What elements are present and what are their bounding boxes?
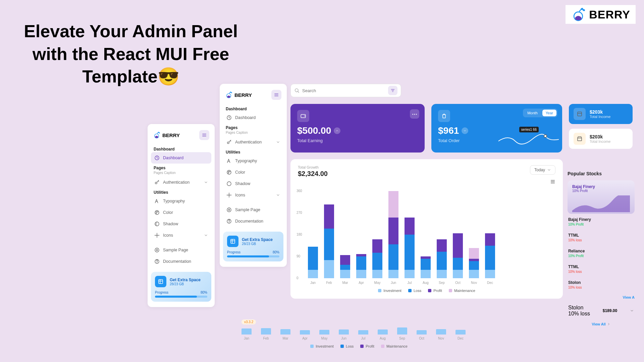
stock-price: $189.00 [603, 308, 617, 313]
nav-sample-page[interactable]: Sample Page [223, 204, 283, 216]
bar-column[interactable] [308, 247, 318, 278]
nav-authentication[interactable]: Authentication [223, 136, 283, 148]
nav-typography[interactable]: Typography [151, 195, 211, 207]
filter-button[interactable] [388, 86, 397, 95]
stock-item[interactable]: Stolon10% loss [568, 277, 635, 293]
stock-name: TTML [568, 264, 634, 269]
nav-icons[interactable]: Icons [223, 189, 283, 201]
store-icon [574, 133, 586, 145]
nav-shadow[interactable]: Shadow [223, 178, 283, 189]
growth-chart-card: Total Growth $2,324.00 Today 09018027036… [290, 159, 563, 299]
bar-chart: 090180270360 [298, 191, 555, 278]
search-input[interactable] [302, 88, 385, 93]
palette-icon [226, 170, 232, 175]
card-more-button[interactable]: ⋯ [410, 109, 419, 119]
mini-income-1: $203kTotal Income [569, 104, 633, 124]
wallet-icon [297, 110, 309, 122]
nav-documentation[interactable]: Documentation [223, 216, 283, 227]
stock-change: 10% loss [568, 286, 634, 289]
group-pages: Pages [151, 164, 211, 171]
view-all-link[interactable]: View All [568, 319, 635, 329]
berry-logo-icon [153, 131, 160, 139]
nav-color[interactable]: Color [151, 207, 211, 218]
bar-column[interactable] [324, 204, 334, 278]
stock-name: TTML [568, 233, 634, 238]
stock-item[interactable]: TTML10% loss [568, 230, 635, 245]
arrow-down-icon [462, 127, 468, 134]
chart-menu-icon[interactable] [550, 179, 555, 184]
page-headline: Elevate Your Admin Panel with the React … [13, 20, 248, 88]
svg-point-15 [156, 249, 158, 251]
chevron-down-icon [630, 309, 634, 313]
mini-x-labels: JanFebMarAprMayJunJulAugSepOctNovDec [228, 337, 490, 340]
sidebar-compact: BERRY Dashboard Dashboard Pages Pages Ca… [148, 124, 215, 307]
bar-column[interactable] [388, 191, 398, 278]
chart-value: $2,324.00 [298, 170, 328, 178]
chevron-down-icon [204, 180, 208, 184]
group-dashboard: Dashboard [223, 105, 283, 112]
stocks-title: Popular Stocks [568, 171, 635, 176]
group-utilities: Utilities [151, 188, 211, 195]
chevron-down-icon [276, 140, 280, 144]
brand-text: BERRY [234, 92, 271, 98]
nav-label: Dashboard [235, 115, 256, 120]
bar-column[interactable] [340, 255, 350, 278]
nav-label: Sample Page [163, 248, 188, 252]
bar-column[interactable] [421, 256, 431, 278]
earning-label: Total Earning [297, 138, 418, 143]
toggle-year[interactable]: Year [542, 110, 556, 116]
stock-name: Bajaj Finery [572, 184, 630, 189]
stocks-panel: Popular Stocks Bajaj Finery 10% Profit B… [568, 171, 635, 329]
nav-color[interactable]: Color [223, 167, 283, 178]
promo-title: Get Extra Space [242, 237, 273, 242]
promo-sub: 28/23 GB [242, 242, 273, 246]
bar-column[interactable] [469, 248, 479, 278]
menu-toggle-button[interactable] [199, 130, 209, 140]
svg-rect-18 [159, 280, 163, 284]
nav-shadow[interactable]: Shadow [151, 218, 211, 230]
nav-label: Color [163, 210, 173, 215]
key-icon [226, 139, 232, 145]
bar-column[interactable] [405, 218, 415, 278]
earning-value: $500.00 [297, 125, 331, 136]
bar-column[interactable] [453, 233, 463, 278]
promo-title: Get Extra Space [170, 278, 201, 282]
group-pages-caption: Pages Caption [151, 171, 211, 177]
key-icon [154, 180, 160, 185]
bar-column[interactable] [372, 239, 382, 278]
svg-point-30 [227, 182, 231, 186]
nav-dashboard[interactable]: Dashboard [223, 112, 283, 123]
chart-title: Total Growth [298, 165, 328, 169]
mini-label: Total Income [590, 139, 610, 143]
stock-name: Stolon [568, 280, 634, 285]
palette-icon [154, 210, 160, 215]
nav-dashboard[interactable]: Dashboard [151, 152, 211, 164]
stock-item[interactable]: Reliance10% Profit [568, 245, 635, 261]
nav-label: Authentication [163, 180, 190, 185]
stock-profit: 10% Profit [572, 189, 630, 193]
bar-column[interactable] [437, 239, 447, 278]
period-select[interactable]: Today [530, 165, 555, 175]
bar-column[interactable] [485, 233, 495, 278]
promo-progress-bar [155, 296, 207, 298]
nav-sample-page[interactable]: Sample Page [151, 244, 211, 256]
view-all-partial[interactable]: View A [568, 293, 635, 302]
search-input-wrap [290, 84, 401, 97]
stock-item[interactable]: TTML10% loss [568, 261, 635, 277]
stock-item[interactable]: Bajaj Finery10% Profit [568, 214, 635, 230]
stock-row-stolon[interactable]: Stolon 10% loss $189.00 [568, 302, 635, 319]
nav-icons[interactable]: Icons [151, 230, 211, 241]
group-pages-caption: Pages Caption [223, 131, 283, 136]
svg-line-40 [298, 92, 299, 93]
menu-toggle-button[interactable] [271, 90, 281, 100]
toggle-month[interactable]: Month [524, 110, 541, 116]
bar-column[interactable] [356, 254, 366, 278]
area-chart-icon [572, 195, 630, 212]
table-icon [574, 108, 586, 120]
berry-logo-icon [225, 91, 232, 99]
nav-typography[interactable]: Typography [223, 155, 283, 167]
svg-rect-36 [231, 239, 235, 243]
nav-authentication[interactable]: Authentication [151, 177, 211, 188]
nav-label: Color [235, 170, 245, 175]
nav-documentation[interactable]: Documentation [151, 256, 211, 267]
